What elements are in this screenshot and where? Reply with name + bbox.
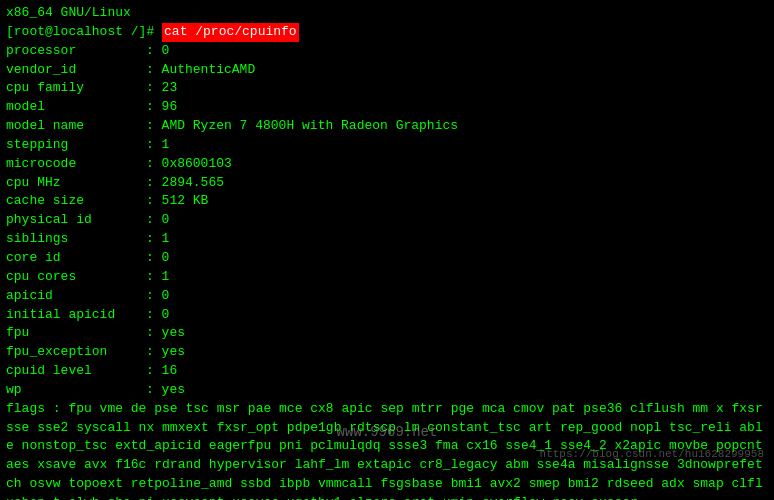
info-line: apicid: 0 [6,287,768,306]
info-line: core id: 0 [6,249,768,268]
info-line: initial apicid: 0 [6,306,768,325]
terminal: x86_64 GNU/Linux [root@localhost /]# cat… [0,0,774,500]
info-line: cpu MHz: 2894.565 [6,174,768,193]
info-key: cpu MHz [6,174,146,193]
info-line: cpuid level: 16 [6,362,768,381]
info-value: : 512 KB [146,192,208,211]
info-key: apicid [6,287,146,306]
info-key: initial apicid [6,306,146,325]
info-value: : 1 [146,136,169,155]
info-value: : yes [146,343,185,362]
info-value: : 96 [146,98,177,117]
info-value: : yes [146,381,185,400]
info-line: cpu family: 23 [6,79,768,98]
info-line: model: 96 [6,98,768,117]
prompt: [root@localhost /]# [6,23,154,42]
info-value: : 0 [146,287,169,306]
info-key: fpu [6,324,146,343]
info-line: stepping: 1 [6,136,768,155]
command-line: [root@localhost /]# cat /proc/cpuinfo [6,23,768,42]
info-value: : yes [146,324,185,343]
info-value: : 1 [146,230,169,249]
info-key: model [6,98,146,117]
info-line: cpu cores: 1 [6,268,768,287]
info-line: fpu: yes [6,324,768,343]
info-value: : 0 [146,306,169,325]
info-key: cpu cores [6,268,146,287]
info-value: : 0 [146,249,169,268]
info-value: : 0x8600103 [146,155,232,174]
info-key: vendor_id [6,61,146,80]
info-key: model name [6,117,146,136]
info-value: : 2894.565 [146,174,224,193]
watermark-right: https://blog.csdn.net/hu1628299958 [540,448,764,460]
info-key: physical id [6,211,146,230]
info-value: : 0 [146,42,169,61]
info-value: : 23 [146,79,177,98]
info-value: : AMD Ryzen 7 4800H with Radeon Graphics [146,117,458,136]
info-key: cpu family [6,79,146,98]
info-key: microcode [6,155,146,174]
info-value: : 0 [146,211,169,230]
info-key: core id [6,249,146,268]
info-line: physical id: 0 [6,211,768,230]
info-key: wp [6,381,146,400]
info-line: cache size: 512 KB [6,192,768,211]
info-value: : 1 [146,268,169,287]
watermark-center: www.9969.net [337,424,438,440]
info-line: fpu_exception: yes [6,343,768,362]
info-line: vendor_id: AuthenticAMD [6,61,768,80]
info-key: fpu_exception [6,343,146,362]
info-key: processor [6,42,146,61]
info-line: microcode: 0x8600103 [6,155,768,174]
info-key: stepping [6,136,146,155]
info-key: cache size [6,192,146,211]
os-line: x86_64 GNU/Linux [6,4,768,23]
info-key: cpuid level [6,362,146,381]
info-line: siblings: 1 [6,230,768,249]
info-line: model name: AMD Ryzen 7 4800H with Radeo… [6,117,768,136]
info-line: processor: 0 [6,42,768,61]
info-key: siblings [6,230,146,249]
info-value: : AuthenticAMD [146,61,255,80]
command: cat /proc/cpuinfo [162,23,299,42]
info-line: wp: yes [6,381,768,400]
info-value: : 16 [146,362,177,381]
